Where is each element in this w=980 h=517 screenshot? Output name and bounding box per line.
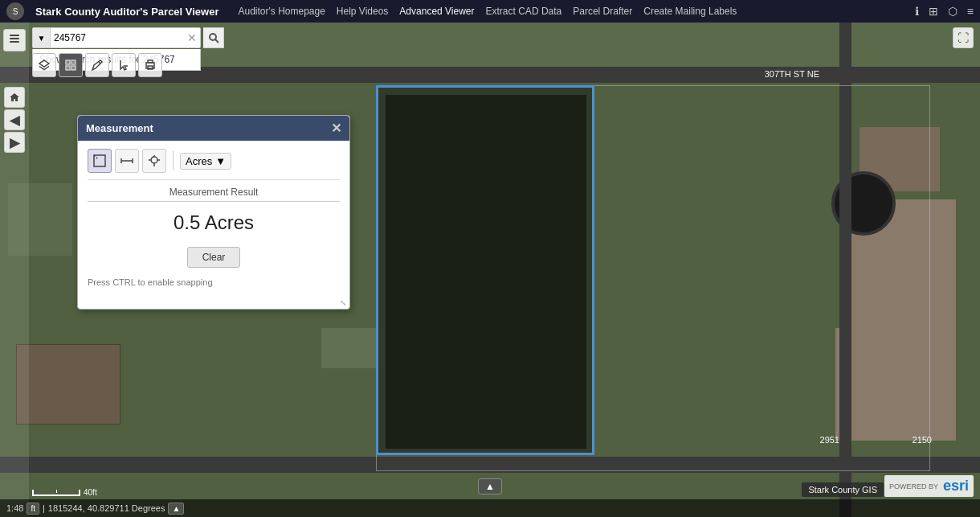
svg-rect-0: [10, 38, 19, 39]
measurement-resize-handle[interactable]: ⤡: [78, 297, 349, 309]
basemap-button[interactable]: [59, 53, 83, 77]
nav-parcel-drafter[interactable]: Parcel Drafter: [573, 6, 632, 17]
measurement-footer: Press CTRL to enable snapping: [88, 274, 340, 289]
zoom-controls: ◀ ▶: [4, 87, 25, 153]
bottom-coordinates: 1:48 ft | 1815244, 40.829711 Degrees ▲: [6, 503, 184, 515]
info-icon[interactable]: ℹ: [915, 5, 919, 18]
measurement-title: Measurement: [86, 122, 153, 134]
measurement-panel: Measurement ✕: [77, 115, 350, 310]
svg-marker-5: [39, 60, 49, 67]
measure-area-button[interactable]: [88, 149, 112, 173]
measurement-unit-label: Acres: [186, 155, 212, 167]
measurement-header: Measurement ✕: [78, 116, 349, 141]
svg-line-4: [215, 39, 218, 43]
selected-parcel: [376, 85, 594, 455]
measurement-separator: [173, 151, 174, 170]
nav-help-videos[interactable]: Help Videos: [337, 6, 389, 17]
share-icon[interactable]: ⬡: [948, 5, 958, 18]
measurement-body: Acres ▼ Measurement Result 0.5 Acres Cle…: [78, 141, 349, 297]
scale-label: 40ft: [84, 488, 97, 497]
svg-rect-13: [148, 66, 153, 69]
measurement-result-label: Measurement Result: [88, 187, 340, 198]
select-button[interactable]: [112, 53, 136, 77]
app-icon: S: [6, 2, 24, 20]
layers-button[interactable]: [3, 29, 26, 51]
nav-links: Auditor's Homepage Help Videos Advanced …: [239, 6, 737, 17]
search-box: ▼ ✕: [32, 27, 201, 48]
measurement-close-button[interactable]: ✕: [331, 121, 341, 136]
coord-format-button[interactable]: ▲: [168, 503, 184, 515]
measurement-unit-select[interactable]: Acres ▼: [180, 153, 231, 170]
bottom-center-button[interactable]: ▲: [478, 478, 502, 494]
zoom-back-button[interactable]: ◀: [4, 109, 25, 130]
powered-by-label: POWERED BY: [889, 482, 938, 490]
bottom-left-building: [16, 344, 120, 425]
measure-location-button[interactable]: [142, 149, 166, 173]
icon-toolbar: [32, 53, 162, 77]
svg-rect-7: [71, 60, 76, 64]
svg-rect-6: [66, 60, 70, 64]
measurement-tools: Acres ▼: [88, 149, 340, 180]
svg-rect-9: [71, 66, 76, 70]
menu-icon[interactable]: ≡: [967, 5, 974, 18]
svg-rect-12: [148, 60, 153, 63]
grid-icon[interactable]: ⊞: [929, 5, 938, 18]
stark-gis-attribution: Stark County GIS: [802, 482, 884, 497]
grass-left: [321, 328, 378, 368]
search-clear-button[interactable]: ✕: [184, 31, 200, 44]
print-button[interactable]: [138, 53, 162, 77]
nav-right-icons: ℹ ⊞ ⬡ ≡: [915, 5, 974, 18]
scale-bar: 40ft: [32, 488, 97, 497]
navbar: S Stark County Auditor's Parcel Viewer A…: [0, 0, 980, 23]
search-area: ▼ ✕ Show search results for 245767: [32, 27, 224, 48]
svg-rect-1: [10, 41, 19, 43]
measurement-clear-button[interactable]: Clear: [187, 247, 241, 268]
svg-rect-14: [94, 155, 105, 166]
svg-point-3: [210, 34, 216, 40]
app-icon-symbol: S: [13, 7, 18, 16]
search-dropdown-button[interactable]: ▼: [33, 28, 51, 47]
nav-advanced-viewer[interactable]: Advanced Viewer: [399, 6, 474, 17]
esri-logo: POWERED BY esri: [884, 475, 974, 497]
measure-distance-button[interactable]: [115, 149, 139, 173]
bottom-bar: 1:48 ft | 1815244, 40.829711 Degrees ▲: [0, 499, 980, 517]
scale-units-button[interactable]: ft: [27, 503, 39, 515]
svg-rect-2: [10, 35, 19, 36]
zoom-forward-button[interactable]: ▶: [4, 132, 25, 153]
nav-auditors-homepage[interactable]: Auditor's Homepage: [239, 6, 325, 17]
svg-point-19: [151, 157, 157, 163]
measurement-unit-arrow: ▼: [215, 155, 226, 167]
layers-icon-button[interactable]: [32, 53, 56, 77]
svg-rect-8: [66, 66, 70, 70]
search-input[interactable]: [51, 32, 184, 43]
scale-value: 1:48: [6, 503, 23, 513]
draw-button[interactable]: [85, 53, 109, 77]
search-go-button[interactable]: [203, 27, 224, 48]
zoom-home-button[interactable]: [4, 87, 25, 108]
app-title: Stark County Auditor's Parcel Viewer: [35, 6, 219, 18]
scale-bar-line: [32, 490, 80, 496]
measurement-value: 0.5 Acres: [88, 211, 340, 234]
svg-line-10: [99, 62, 100, 64]
coord-separator: |: [43, 503, 45, 513]
road-label: 307TH ST NE: [765, 69, 819, 79]
nav-extract-cad[interactable]: Extract CAD Data: [486, 6, 562, 17]
coordinate-display: 1815244, 40.829711 Degrees: [48, 503, 165, 513]
measurement-divider: [88, 201, 340, 202]
map-container: 307TH ST NE 2951 2150: [0, 23, 980, 517]
fullscreen-button[interactable]: ⛶: [953, 27, 974, 48]
esri-brand-label: esri: [943, 478, 969, 494]
nav-mailing-labels[interactable]: Create Mailing Labels: [643, 6, 737, 17]
